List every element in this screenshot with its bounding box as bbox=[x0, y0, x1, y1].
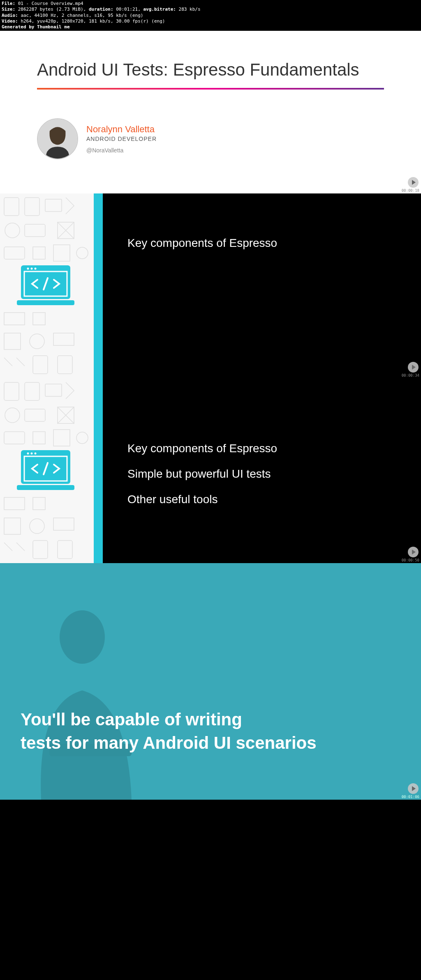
author-role: ANDROID DEVELOPER bbox=[86, 136, 157, 142]
svg-point-15 bbox=[30, 334, 44, 349]
timecode: 00:00:18 bbox=[402, 189, 419, 193]
slide-caption: You'll be capable of writing tests for m… bbox=[21, 708, 317, 755]
svg-point-21 bbox=[27, 268, 29, 270]
laptop-code-icon bbox=[15, 448, 76, 495]
timecode: 00:01:06 bbox=[402, 795, 419, 799]
svg-rect-26 bbox=[25, 382, 39, 400]
svg-point-11 bbox=[76, 247, 88, 259]
author-avatar bbox=[37, 118, 78, 159]
svg-point-48 bbox=[60, 610, 105, 664]
timecode: 00:00:50 bbox=[402, 558, 419, 562]
svg-point-5 bbox=[5, 223, 20, 238]
svg-rect-16 bbox=[53, 333, 74, 345]
thumbnail-4: You'll be capable of writing tests for m… bbox=[0, 563, 421, 800]
svg-rect-33 bbox=[53, 430, 70, 446]
svg-rect-12 bbox=[4, 313, 25, 325]
svg-rect-24 bbox=[17, 300, 74, 305]
svg-rect-47 bbox=[17, 485, 74, 490]
bullet-item: Simple but powerful UI tests bbox=[127, 467, 405, 481]
bullet-item: Other useful tools bbox=[127, 493, 405, 506]
svg-rect-2 bbox=[4, 198, 19, 216]
bullet-list: Key components of Espresso Simple but po… bbox=[103, 378, 421, 563]
svg-rect-8 bbox=[4, 247, 25, 259]
svg-rect-25 bbox=[4, 382, 19, 400]
course-title: Android UI Tests: Espresso Fundamentals bbox=[37, 60, 384, 80]
svg-rect-40 bbox=[33, 541, 48, 559]
accent-band bbox=[94, 378, 103, 563]
laptop-code-icon bbox=[15, 263, 76, 310]
svg-rect-31 bbox=[4, 432, 25, 444]
svg-rect-35 bbox=[4, 497, 25, 510]
thumbnail-1: Android UI Tests: Espresso Fundamentals … bbox=[0, 31, 421, 193]
svg-rect-32 bbox=[33, 432, 45, 444]
presenter-silhouette bbox=[0, 563, 421, 800]
thumbnail-3: Key components of Espresso Simple but po… bbox=[0, 378, 421, 563]
svg-point-44 bbox=[27, 453, 29, 455]
accent-band bbox=[94, 193, 103, 378]
timecode: 00:00:34 bbox=[402, 373, 419, 377]
svg-rect-10 bbox=[53, 245, 70, 261]
svg-point-28 bbox=[5, 408, 20, 423]
author-handle: @NoraValletta bbox=[86, 147, 157, 154]
svg-rect-41 bbox=[58, 541, 72, 559]
svg-rect-36 bbox=[33, 497, 45, 510]
svg-rect-39 bbox=[53, 518, 74, 530]
bullet-item: Key components of Espresso bbox=[127, 442, 405, 455]
svg-rect-9 bbox=[33, 247, 45, 259]
svg-point-23 bbox=[35, 268, 37, 270]
svg-rect-27 bbox=[45, 384, 62, 396]
author-row: Noralynn Valletta ANDROID DEVELOPER @Nor… bbox=[37, 118, 384, 159]
svg-rect-29 bbox=[25, 409, 45, 421]
svg-rect-13 bbox=[33, 313, 45, 325]
bullet-item: Key components of Espresso bbox=[127, 237, 405, 250]
svg-rect-14 bbox=[4, 333, 21, 350]
svg-point-46 bbox=[35, 453, 37, 455]
play-icon bbox=[408, 177, 419, 188]
svg-rect-18 bbox=[58, 356, 72, 374]
svg-point-22 bbox=[31, 268, 33, 270]
author-name: Noralynn Valletta bbox=[86, 124, 157, 135]
svg-rect-37 bbox=[4, 518, 21, 534]
svg-point-34 bbox=[76, 432, 88, 444]
svg-rect-6 bbox=[25, 224, 45, 237]
bullet-list: Key components of Espresso bbox=[103, 193, 421, 378]
gradient-divider bbox=[37, 88, 384, 90]
svg-rect-3 bbox=[25, 198, 39, 216]
svg-rect-17 bbox=[33, 356, 48, 374]
svg-rect-4 bbox=[45, 199, 62, 212]
thumbnail-2: Key components of Espresso 00:00:34 bbox=[0, 193, 421, 378]
svg-point-38 bbox=[30, 519, 44, 534]
svg-point-45 bbox=[31, 453, 33, 455]
file-metadata: File: 01 - Course Overview.mp4 Size: 286… bbox=[0, 0, 421, 31]
